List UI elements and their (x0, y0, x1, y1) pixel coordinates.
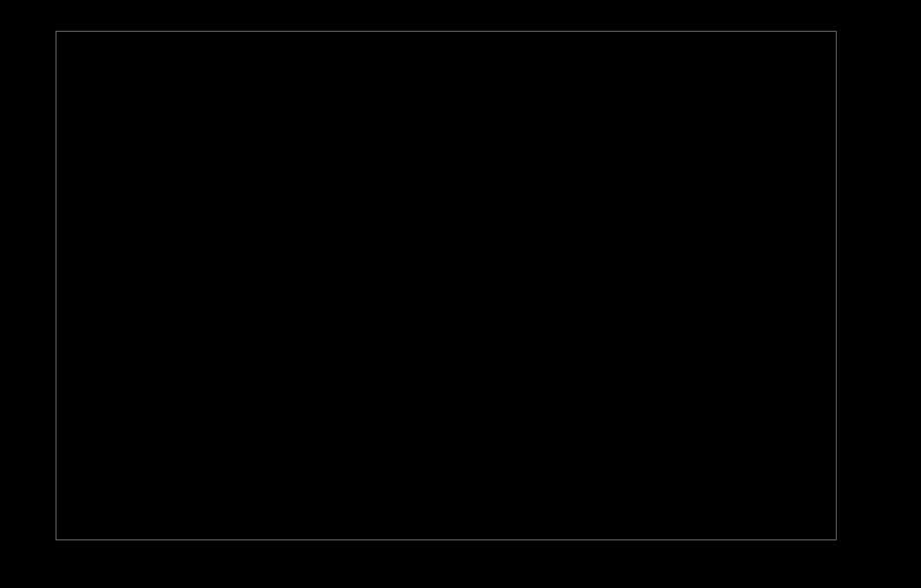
channel-1-spectrogram-canvas (57, 32, 836, 285)
channel-2-spectrogram-canvas (57, 287, 836, 539)
spectrogram-figure (0, 0, 921, 588)
plot-area (56, 31, 837, 540)
colorbar-gradient (871, 87, 885, 481)
